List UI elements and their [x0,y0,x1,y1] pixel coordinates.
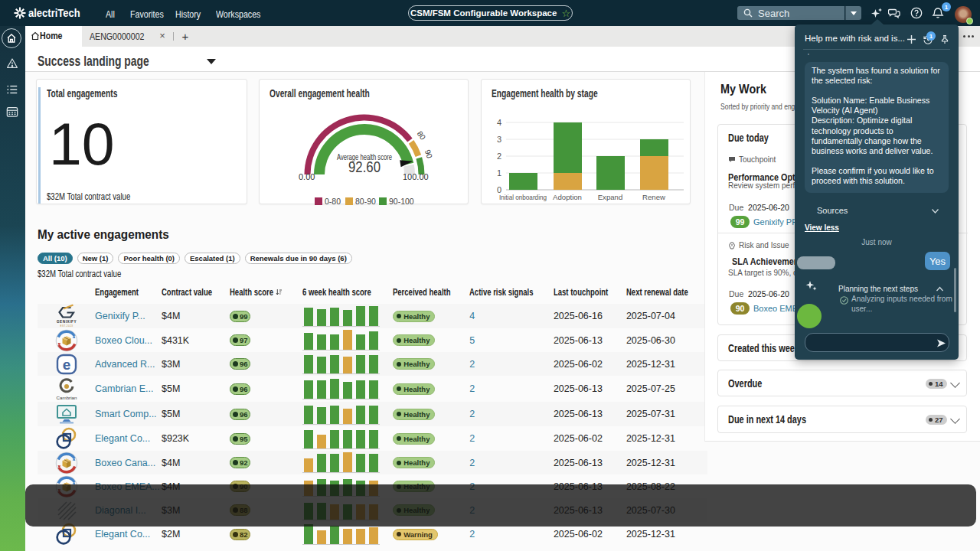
svg-text:100.00: 100.00 [403,172,429,181]
svg-text:Cambrian: Cambrian [56,395,77,400]
svg-text:80: 80 [416,129,428,142]
svg-text:0.00: 0.00 [299,172,315,181]
svg-text:0-80: 0-80 [325,197,341,205]
svg-text:3: 3 [497,135,501,144]
svg-text:1: 1 [497,168,501,178]
svg-text:80-90: 80-90 [355,197,376,205]
svg-text:2: 2 [497,152,501,161]
svg-text:GENIXIFY: GENIXIFY [56,320,76,324]
svg-text:Adoption: Adoption [553,193,582,201]
svg-text:4: 4 [497,118,501,127]
svg-text:Renew: Renew [642,193,665,201]
svg-text:90: 90 [423,148,434,159]
svg-text:Initial onboarding: Initial onboarding [499,193,547,201]
svg-text:e: e [62,356,70,372]
svg-text:90-100: 90-100 [389,197,414,205]
svg-text:92.60: 92.60 [348,158,381,175]
svg-text:EST.2023: EST.2023 [60,324,73,328]
svg-text:Expand: Expand [598,193,623,201]
